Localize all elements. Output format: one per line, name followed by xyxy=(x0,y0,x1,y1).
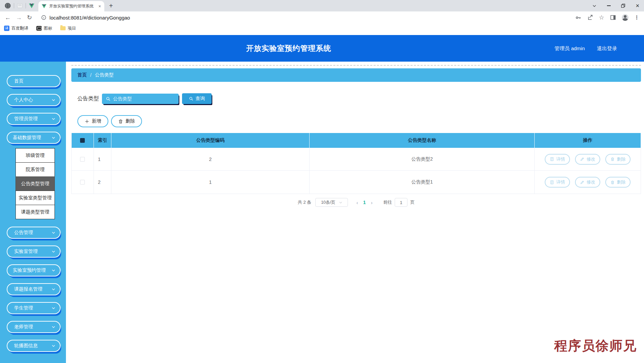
row-delete-button[interactable]: 删除 xyxy=(605,177,631,188)
submenu-item-topic-type-management[interactable]: 课题类型管理 xyxy=(15,205,55,219)
submenu-item-class-management[interactable]: 班级管理 xyxy=(15,148,55,163)
vue-logo-icon[interactable] xyxy=(29,3,34,8)
submenu-item-department-management[interactable]: 院系管理 xyxy=(15,162,55,177)
url-text[interactable]: localhost:8081/#/dictionaryGonggao xyxy=(49,15,130,21)
sidebar-item-label: 老师管理 xyxy=(14,324,33,330)
current-page[interactable]: 1 xyxy=(363,200,366,205)
plus-icon xyxy=(84,119,90,124)
sidebar-item-label: 实验室管理 xyxy=(14,249,38,255)
chevron-down-icon xyxy=(51,136,56,140)
sidebar-item-teacher-management[interactable]: 老师管理 xyxy=(7,321,61,333)
cell-name: 公告类型2 xyxy=(310,148,535,170)
pagination: 共 2 条 10条/页 ‹ 1 › 前往 页 xyxy=(71,198,641,207)
browser-active-tab[interactable]: 开放实验室预约管理系统 × xyxy=(38,1,104,11)
profile-avatar[interactable] xyxy=(622,14,629,21)
row-checkbox[interactable] xyxy=(80,180,85,185)
sidebar-item-topic-signup-management[interactable]: 课题报名管理 xyxy=(7,283,61,295)
delete-button[interactable]: 删除 xyxy=(111,115,142,127)
detail-button[interactable]: 详情 xyxy=(545,154,570,165)
sidebar-item-notice-management[interactable]: 公告管理 xyxy=(7,227,61,239)
sidebar-item-base-data-management[interactable]: 基础数据管理 xyxy=(7,132,61,144)
query-button[interactable]: 查询 xyxy=(182,93,212,104)
window-close-button[interactable]: × xyxy=(636,3,639,9)
sidebar-item-student-management[interactable]: 学生管理 xyxy=(7,302,61,314)
sidebar-item-label: 轮播图信息 xyxy=(14,343,38,349)
chevron-down-icon xyxy=(51,287,56,291)
chevron-down-icon xyxy=(51,306,56,310)
page-info-icon[interactable] xyxy=(41,15,46,20)
breadcrumb-home-link[interactable]: 首页 xyxy=(77,72,87,78)
row-delete-button[interactable]: 删除 xyxy=(605,154,631,165)
select-all-checkbox[interactable] xyxy=(80,138,85,143)
document-icon xyxy=(550,180,554,185)
tab-search-chevron-icon[interactable] xyxy=(592,4,597,8)
pagination-total: 共 2 条 xyxy=(298,199,311,205)
edit-button[interactable]: 修改 xyxy=(575,154,600,165)
goto-label: 前往 xyxy=(383,199,392,205)
notice-type-table: 索引 公告类型编码 公告类型名称 操作 1 2 公告类型2 详情 xyxy=(71,133,641,194)
sidebar-item-label: 管理员管理 xyxy=(14,116,38,122)
sidebar-item-admin-management[interactable]: 管理员管理 xyxy=(7,113,61,125)
search-input[interactable] xyxy=(102,94,179,104)
trash-icon xyxy=(118,119,123,124)
goto-page-input[interactable] xyxy=(395,198,407,207)
page-size-select[interactable]: 10条/页 xyxy=(315,198,348,207)
bookmark-star-icon[interactable]: ☆ xyxy=(599,14,604,21)
reload-icon[interactable]: ↻ xyxy=(27,14,32,21)
tab-close-icon[interactable]: × xyxy=(98,4,101,9)
submenu-item-lab-type-management[interactable]: 实验室类型管理 xyxy=(15,191,55,205)
sidebar-item-carousel-info[interactable]: 轮播图信息 xyxy=(7,340,61,352)
sidebar-item-label: 首页 xyxy=(14,78,24,84)
chevron-down-icon xyxy=(51,344,56,348)
trash-icon xyxy=(610,180,615,185)
sidebar-item-home[interactable]: 首页 xyxy=(7,75,61,87)
sidebar-item-label: 公告管理 xyxy=(14,230,33,236)
bookmark-baidu-translate[interactable]: 译 百度翻译 xyxy=(4,26,28,31)
pinned-extension-icon[interactable] xyxy=(17,3,23,8)
share-icon[interactable] xyxy=(587,14,593,21)
sidebar-item-personal-center[interactable]: 个人中心 xyxy=(7,94,61,106)
edit-button[interactable]: 修改 xyxy=(575,177,600,188)
browser-tab-bar: 开放实验室预约管理系统 × + × xyxy=(0,0,644,11)
row-checkbox[interactable] xyxy=(80,157,85,162)
image-icon xyxy=(36,26,42,31)
back-icon[interactable]: ← xyxy=(5,14,11,21)
submenu-item-notice-type-management[interactable]: 公告类型管理 xyxy=(15,176,55,191)
detail-button[interactable]: 详情 xyxy=(545,177,570,188)
bookmark-label: 项目 xyxy=(68,26,76,31)
browser-menu-dots-icon[interactable]: ⋮ xyxy=(634,14,639,21)
next-page-button[interactable]: › xyxy=(371,200,372,205)
cell-index: 2 xyxy=(94,171,111,194)
column-header-index: 索引 xyxy=(94,133,111,148)
add-button[interactable]: 新增 xyxy=(77,115,108,127)
sidebar-item-label: 基础数据管理 xyxy=(13,135,41,141)
sidebar-item-label: 学生管理 xyxy=(14,305,33,311)
window-minimize-button[interactable] xyxy=(607,5,611,6)
side-panel-icon[interactable] xyxy=(610,14,616,21)
bookmark-icons[interactable]: 图标 xyxy=(36,26,52,31)
chevron-down-icon xyxy=(51,231,56,235)
sidebar-item-lab-reservation-management[interactable]: 实验室预约管理 xyxy=(7,264,61,276)
logout-link[interactable]: 退出登录 xyxy=(597,45,617,52)
chevron-down-icon xyxy=(51,98,56,102)
chevron-down-icon xyxy=(339,201,343,204)
pinned-globe-icon[interactable] xyxy=(5,3,11,9)
app-header: 开放实验室预约管理系统 管理员 admin 退出登录 xyxy=(0,35,644,62)
column-header-code: 公告类型编码 xyxy=(111,133,310,148)
new-tab-button[interactable]: + xyxy=(109,2,113,9)
column-header-name: 公告类型名称 xyxy=(310,133,535,148)
admin-user-label[interactable]: 管理员 admin xyxy=(554,45,585,52)
address-bar[interactable]: localhost:8081/#/dictionaryGonggao xyxy=(41,15,570,21)
main-content: 首页 / 公告类型 公告类型 查询 xyxy=(66,62,644,363)
sidebar-item-label: 实验室预约管理 xyxy=(13,267,46,273)
watermark-text: 程序员徐师兄 xyxy=(554,337,637,355)
sidebar-item-lab-management[interactable]: 实验室管理 xyxy=(7,245,61,258)
password-key-icon[interactable] xyxy=(575,14,581,21)
table-header-row: 索引 公告类型编码 公告类型名称 操作 xyxy=(72,133,641,148)
prev-page-button[interactable]: ‹ xyxy=(356,200,358,205)
forward-icon[interactable]: → xyxy=(16,14,22,21)
bookmark-project[interactable]: 项目 xyxy=(60,26,76,31)
breadcrumb-separator: / xyxy=(90,72,92,78)
window-restore-button[interactable] xyxy=(621,4,625,8)
bookmark-label: 图标 xyxy=(44,26,52,31)
